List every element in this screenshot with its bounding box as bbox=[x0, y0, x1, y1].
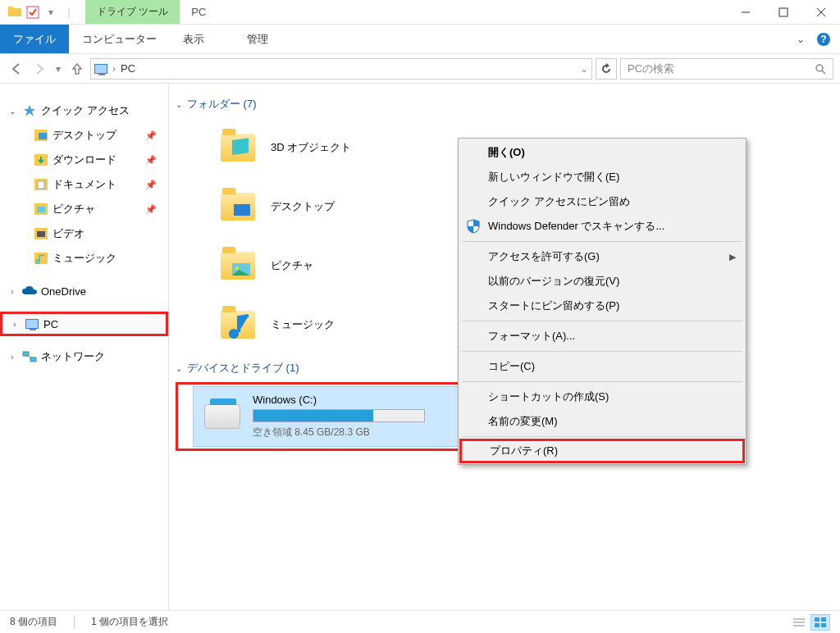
sidebar-item-desktop[interactable]: デスクトップ 📌 bbox=[0, 123, 168, 148]
svg-rect-18 bbox=[37, 207, 45, 212]
folder-3d-objects[interactable]: 3D オブジェクト bbox=[176, 118, 405, 177]
svg-point-9 bbox=[816, 65, 823, 71]
explorer-icon[interactable] bbox=[7, 4, 23, 20]
ribbon-tabs: ファイル コンピューター 表示 管理 ⌄ ? bbox=[0, 25, 840, 54]
svg-rect-33 bbox=[821, 617, 826, 622]
chevron-right-icon[interactable]: › bbox=[7, 287, 18, 296]
svg-rect-35 bbox=[821, 623, 826, 627]
refresh-button[interactable] bbox=[596, 58, 617, 80]
forward-button[interactable] bbox=[30, 59, 49, 79]
svg-rect-34 bbox=[815, 623, 819, 627]
svg-text:?: ? bbox=[820, 34, 826, 45]
folder-label: 3D オブジェクト bbox=[271, 140, 351, 155]
folder-pictures[interactable]: ピクチャ bbox=[176, 236, 405, 295]
sidebar-item-documents[interactable]: ドキュメント 📌 bbox=[0, 172, 168, 197]
sidebar-item-videos[interactable]: ビデオ bbox=[0, 221, 168, 246]
sidebar-item-network[interactable]: › ネットワーク bbox=[0, 344, 168, 369]
expand-ribbon-icon[interactable]: ⌄ bbox=[791, 25, 810, 53]
menu-separator bbox=[462, 351, 742, 352]
menu-open-new-window[interactable]: 新しいウィンドウで開く(E) bbox=[460, 165, 744, 189]
pictures-icon bbox=[33, 201, 49, 217]
folder-icon bbox=[218, 187, 258, 226]
menu-pin-start[interactable]: スタートにピン留めする(P) bbox=[460, 294, 744, 318]
drive-c[interactable]: Windows (C:) 空き領域 8.45 GB/28.3 GB bbox=[193, 386, 463, 447]
network-icon bbox=[21, 348, 38, 365]
close-button[interactable] bbox=[802, 0, 840, 25]
chevron-right-icon[interactable]: › bbox=[7, 353, 18, 362]
properties-shortcut-icon[interactable] bbox=[25, 4, 41, 20]
menu-restore-versions[interactable]: 以前のバージョンの復元(V) bbox=[460, 269, 744, 294]
sidebar-item-downloads[interactable]: ダウンロード 📌 bbox=[0, 148, 168, 172]
svg-line-10 bbox=[822, 71, 825, 74]
downloads-icon bbox=[33, 152, 49, 168]
svg-rect-23 bbox=[30, 357, 36, 362]
menu-pin-quick-access[interactable]: クイック アクセスにピン留め bbox=[460, 189, 744, 214]
navigation-pane: ⌄ クイック アクセス デスクトップ 📌 ダウンロード 📌 ドキュメント 📌 ピ… bbox=[0, 84, 169, 610]
status-item-count: 8 個の項目 bbox=[10, 615, 57, 629]
drive-label: Windows (C:) bbox=[253, 394, 454, 406]
context-menu: 開く(O) 新しいウィンドウで開く(E) クイック アクセスにピン留め Wind… bbox=[458, 138, 746, 465]
menu-copy[interactable]: コピー(C) bbox=[460, 354, 744, 379]
sidebar-item-onedrive[interactable]: › OneDrive bbox=[0, 279, 168, 303]
menu-defender-scan[interactable]: Windows Defender でスキャンする... bbox=[460, 214, 744, 239]
maximize-button[interactable] bbox=[765, 0, 802, 25]
sidebar-label: ピクチャ bbox=[52, 202, 95, 216]
svg-marker-11 bbox=[24, 105, 35, 116]
chevron-down-icon: ⌄ bbox=[176, 100, 182, 109]
folder-icon bbox=[218, 305, 258, 344]
sidebar-item-quick-access[interactable]: ⌄ クイック アクセス bbox=[0, 98, 168, 123]
svg-rect-4 bbox=[779, 8, 788, 16]
titlebar: ▾ | ドライブ ツール PC bbox=[0, 0, 840, 25]
navigation-bar: ▾ › PC ⌄ PCの検索 bbox=[0, 54, 840, 84]
sidebar-label: ネットワーク bbox=[41, 349, 105, 364]
help-button[interactable]: ? bbox=[814, 25, 833, 53]
section-folders[interactable]: ⌄ フォルダー (7) bbox=[176, 97, 833, 112]
window-title: PC bbox=[191, 6, 206, 18]
svg-rect-16 bbox=[38, 181, 44, 189]
minimize-button[interactable] bbox=[727, 0, 765, 25]
address-dropdown-icon[interactable]: ⌄ bbox=[580, 63, 588, 75]
menu-properties[interactable]: プロパティ(R) bbox=[459, 439, 745, 463]
menu-give-access[interactable]: アクセスを許可する(G)▶ bbox=[460, 244, 744, 269]
svg-rect-22 bbox=[23, 352, 29, 356]
menu-separator bbox=[462, 321, 742, 321]
qat-separator: | bbox=[61, 4, 77, 20]
folder-label: ピクチャ bbox=[271, 258, 313, 273]
chevron-down-icon[interactable]: ⌄ bbox=[7, 107, 18, 116]
tiles-view-button[interactable] bbox=[810, 614, 830, 631]
back-button[interactable] bbox=[7, 59, 26, 79]
onedrive-icon bbox=[21, 283, 38, 299]
recent-dropdown-icon[interactable]: ▾ bbox=[52, 59, 64, 79]
tab-file[interactable]: ファイル bbox=[0, 25, 69, 53]
chevron-right-icon: ▶ bbox=[729, 252, 736, 262]
menu-format[interactable]: フォーマット(A)... bbox=[460, 324, 744, 348]
search-input[interactable]: PCの検索 bbox=[620, 58, 833, 80]
quick-access-toolbar: ▾ | bbox=[7, 4, 77, 20]
sidebar-item-music[interactable]: ミュージック bbox=[0, 246, 168, 271]
contextual-tab-label: ドライブ ツール bbox=[85, 0, 180, 24]
menu-create-shortcut[interactable]: ショートカットの作成(S) bbox=[460, 385, 744, 409]
qat-dropdown-icon[interactable]: ▾ bbox=[43, 4, 59, 20]
folder-desktop[interactable]: デスクトップ bbox=[176, 177, 405, 236]
svg-rect-32 bbox=[815, 617, 819, 622]
menu-open[interactable]: 開く(O) bbox=[460, 140, 744, 165]
tab-view[interactable]: 表示 bbox=[170, 25, 217, 53]
svg-point-28 bbox=[235, 266, 239, 270]
tab-manage[interactable]: 管理 bbox=[234, 25, 281, 53]
window-controls bbox=[727, 0, 840, 25]
chevron-right-icon[interactable]: › bbox=[9, 320, 21, 329]
folder-music[interactable]: ミュージック bbox=[176, 295, 405, 354]
sidebar-item-pictures[interactable]: ピクチャ 📌 bbox=[0, 197, 168, 221]
shield-icon bbox=[465, 218, 482, 235]
details-view-button[interactable] bbox=[789, 614, 809, 631]
pc-icon bbox=[24, 316, 40, 332]
sidebar-item-pc[interactable]: › PC bbox=[0, 312, 168, 336]
address-bar[interactable]: › PC ⌄ bbox=[90, 58, 592, 80]
menu-rename[interactable]: 名前の変更(M) bbox=[460, 409, 744, 434]
up-button[interactable] bbox=[67, 59, 87, 79]
tab-computer[interactable]: コンピューター bbox=[69, 25, 170, 53]
pin-icon: 📌 bbox=[145, 155, 157, 166]
menu-separator bbox=[462, 381, 742, 382]
folder-icon bbox=[218, 246, 258, 285]
sidebar-label: デスクトップ bbox=[52, 128, 116, 143]
